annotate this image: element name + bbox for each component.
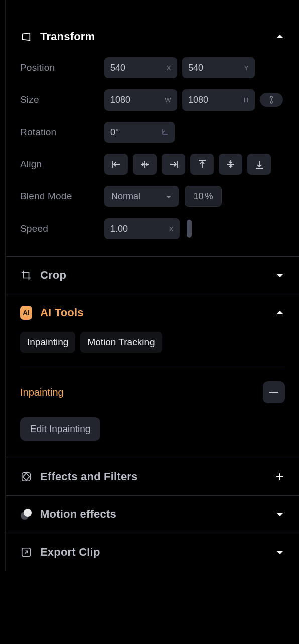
plus-icon[interactable]: +	[275, 472, 285, 482]
speed-label: Speed	[20, 223, 104, 234]
inpainting-chip[interactable]: Inpainting	[20, 332, 75, 353]
speed-slider-handle[interactable]	[187, 220, 192, 238]
section-title: Motion effects	[40, 508, 275, 521]
section-title: Crop	[40, 269, 275, 282]
size-w-input[interactable]: 1080 W	[104, 89, 177, 111]
svg-rect-0	[269, 392, 278, 393]
effects-icon	[20, 471, 32, 483]
rotation-label: Rotation	[20, 127, 104, 138]
transform-icon	[20, 31, 32, 43]
section-title: Export Clip	[40, 546, 275, 559]
ai-badge-icon: AI	[20, 307, 32, 319]
section-title: AI Tools	[40, 306, 275, 319]
blend-opacity-input[interactable]: 10%	[185, 186, 222, 207]
motion-tracking-chip[interactable]: Motion Tracking	[80, 332, 162, 353]
transform-section-header[interactable]: Transform	[6, 0, 299, 55]
align-top-button[interactable]	[190, 154, 214, 175]
chevron-up-icon	[275, 308, 285, 318]
align-left-button[interactable]	[104, 154, 128, 175]
effects-section-header[interactable]: Effects and Filters +	[6, 458, 299, 495]
edit-inpainting-button[interactable]: Edit Inpainting	[20, 417, 100, 441]
blend-label: Blend Mode	[20, 191, 104, 202]
crop-icon	[20, 269, 32, 281]
inpainting-subheader: Inpainting	[20, 387, 64, 398]
link-dimensions-toggle[interactable]	[260, 93, 283, 107]
ai-tools-section-header[interactable]: AI AI Tools	[6, 294, 299, 332]
speed-input[interactable]: 1.00 X	[104, 218, 180, 239]
export-icon	[20, 546, 32, 558]
angle-icon	[162, 128, 169, 137]
blend-mode-select[interactable]: Normal	[104, 186, 179, 207]
align-label: Align	[20, 159, 104, 170]
chevron-down-icon	[275, 270, 285, 280]
align-right-button[interactable]	[162, 154, 185, 175]
crop-section-header[interactable]: Crop	[6, 257, 299, 294]
motion-effects-section-header[interactable]: Motion effects	[6, 496, 299, 533]
chevron-down-icon	[275, 509, 285, 519]
section-title: Transform	[40, 30, 275, 43]
position-x-input[interactable]: 540 X	[104, 57, 177, 78]
rotation-input[interactable]: 0°	[104, 122, 175, 143]
align-bottom-button[interactable]	[247, 154, 271, 175]
chevron-down-icon	[166, 191, 172, 202]
chevron-down-icon	[275, 547, 285, 557]
section-title: Effects and Filters	[40, 470, 275, 483]
align-center-v-button[interactable]	[219, 154, 242, 175]
align-center-h-button[interactable]	[133, 154, 157, 175]
remove-inpainting-button[interactable]	[263, 381, 285, 403]
motion-effects-icon	[20, 508, 32, 520]
position-y-input[interactable]: 540 Y	[182, 57, 255, 78]
export-clip-section-header[interactable]: Export Clip	[6, 533, 299, 571]
chevron-up-icon	[275, 32, 285, 42]
size-h-input[interactable]: 1080 H	[182, 89, 255, 111]
position-label: Position	[20, 62, 104, 73]
size-label: Size	[20, 94, 104, 105]
